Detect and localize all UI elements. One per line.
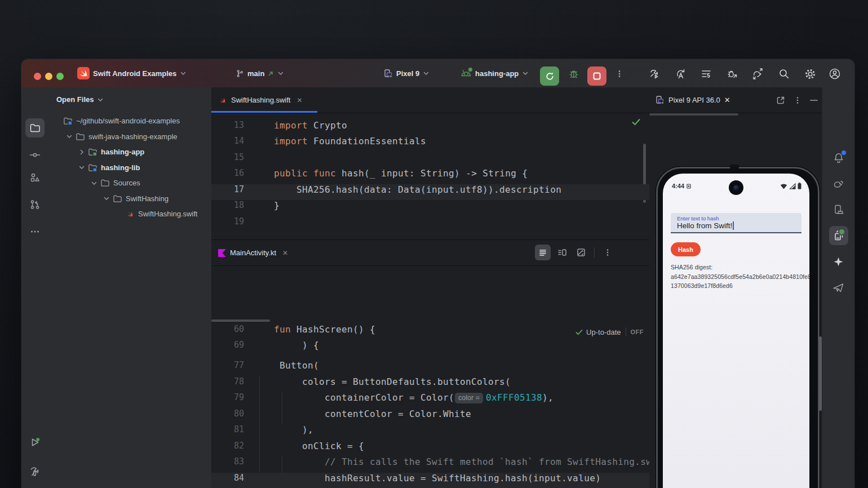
tree-item--github-swift-android-examples[interactable]: ~/github/swift-android-examples [48, 113, 215, 129]
code-line-17: 17SHA256.hash(data: Data(input.utf8)).de… [211, 184, 649, 200]
search-icon[interactable] [778, 68, 790, 80]
git-branch-icon [236, 69, 244, 78]
project-name: Swift Android Examples [93, 69, 176, 78]
resource-manager-button[interactable] [25, 168, 45, 187]
line-number: 80 [232, 409, 244, 419]
close-tab-icon[interactable]: ✕ [724, 96, 730, 104]
panel-options-kebab-icon[interactable] [794, 96, 801, 104]
close-tab-icon[interactable]: ✕ [296, 96, 302, 104]
chevron-down-icon[interactable] [90, 179, 99, 188]
airplane-button[interactable] [829, 278, 848, 297]
swift-logo-icon [77, 67, 90, 79]
tab-swifthashing-swift[interactable]: SwiftHashing.swift ✕ [211, 87, 316, 113]
rerun-button[interactable] [540, 66, 559, 86]
editor-view-toggles [535, 245, 615, 260]
commit-tool-window-button[interactable] [25, 145, 45, 165]
branch-name: main [247, 69, 264, 78]
minimize-window-button[interactable] [45, 73, 52, 80]
folder-icon [113, 194, 122, 203]
hash-button[interactable]: Hash [671, 242, 701, 256]
line-number: 83 [232, 456, 244, 467]
project-view-mode-selector[interactable]: Open Files [56, 95, 104, 104]
code-view-button[interactable] [535, 245, 551, 260]
tree-item-label: ~/github/swift-android-examples [76, 117, 180, 125]
hide-panel-minus-icon[interactable] [810, 99, 818, 101]
tree-item-swift-java-hashing-example[interactable]: swift-java-hashing-example [48, 129, 228, 145]
split-view-button[interactable] [554, 245, 570, 260]
gemini-sparkle-button[interactable] [829, 252, 848, 271]
line-number: 69 [232, 340, 244, 350]
editor-mainactivity[interactable]: Up-to-date OFF 60fun HashScreen() {69) {… [211, 322, 649, 488]
sync-translate-icon[interactable] [674, 68, 687, 80]
branch-selector[interactable]: main [236, 59, 284, 87]
code-line-84: 84hashResult.value = SwiftHashing.hash(i… [211, 473, 649, 488]
code-line-83: 83// This calls the Swift method `hash` … [211, 456, 649, 472]
status-time: 4:44 [672, 183, 691, 189]
code-line-69: 69) { [211, 340, 649, 356]
maximize-window-button[interactable] [56, 73, 64, 80]
code-line-82: 82onClick = { [211, 441, 649, 456]
device-phone-icon [383, 69, 393, 78]
run-configuration-selector[interactable]: hashing-app [460, 59, 529, 87]
running-devices-button[interactable] [829, 226, 848, 245]
editor-swifthashing[interactable]: 13import Crypto14import FoundationEssent… [211, 113, 649, 239]
chevron-down-icon[interactable] [102, 194, 111, 203]
chevron-down-icon [180, 70, 187, 77]
run-tool-window-button[interactable] [25, 433, 45, 452]
account-profile-icon[interactable] [829, 68, 841, 80]
device-manager-button[interactable] [829, 200, 848, 219]
title-bar: Swift Android Examples main [21, 59, 854, 88]
editor-options-kebab-icon[interactable] [600, 245, 615, 260]
tab-label: SwiftHashing.swift [231, 96, 290, 104]
chevron-right-icon[interactable] [77, 148, 86, 157]
notification-dot [842, 150, 846, 155]
panel-scrollbar[interactable] [649, 113, 738, 116]
settings-gear-icon[interactable] [804, 68, 816, 80]
tree-item-label: Sources [113, 179, 140, 187]
line-number: 15 [232, 152, 244, 162]
design-view-button[interactable] [573, 245, 589, 260]
kotlin-file-icon [218, 249, 226, 257]
code-line-79: 79containerColor = Color(color =0xFFF051… [211, 392, 649, 408]
tab-label: MainActivity.kt [230, 249, 276, 257]
close-tab-icon[interactable]: ✕ [282, 249, 288, 257]
tree-item-label: hashing-lib [101, 163, 140, 172]
code-line-78: 78colors = ButtonDefaults.buttonColors( [211, 376, 649, 392]
android-icon [460, 69, 472, 77]
device-tab[interactable]: Pixel 9 API 36.0 ✕ [655, 87, 730, 113]
gradle-sync-icon[interactable] [752, 68, 764, 80]
tab-mainactivity-kt[interactable]: MainActivity.kt ✕ [211, 240, 311, 265]
tree-item-label: swift-java-hashing-example [88, 132, 178, 141]
more-run-actions-kebab-icon[interactable] [613, 68, 626, 80]
hash-input-field[interactable]: Enter text to hash Hello from Swift! [671, 213, 801, 233]
code-line-81: 81), [211, 424, 649, 440]
pull-requests-button[interactable] [25, 195, 45, 214]
code-line-60: 60fun HashScreen() { [211, 324, 649, 340]
phone-screen[interactable]: 4:44 Enter text to hash Hello from Swift… [663, 174, 809, 488]
code-line-15: 15 [211, 152, 649, 168]
build-icon[interactable] [648, 68, 661, 80]
chevron-down-icon[interactable] [65, 132, 74, 141]
project-tool-window-button[interactable] [25, 118, 45, 137]
code-line-18: 18} [211, 200, 649, 216]
device-selector[interactable]: Pixel 9 [383, 59, 429, 87]
notifications-bell-button[interactable] [829, 148, 848, 167]
build-tool-window-button[interactable] [25, 462, 45, 481]
build-variants-list-icon[interactable] [700, 68, 712, 80]
close-window-button[interactable] [34, 73, 41, 80]
debug-button[interactable] [568, 68, 580, 80]
swift-file-icon [218, 96, 227, 105]
tree-item-label: SwiftHashing [126, 194, 169, 203]
status-roaming-icon [687, 184, 691, 189]
project-panel: Open Files ~/github/swift-android-exampl… [48, 87, 212, 488]
device-name: Pixel 9 [396, 69, 419, 78]
folder-icon [76, 132, 85, 141]
chevron-down-icon[interactable] [77, 163, 86, 172]
gradle-tool-window-button[interactable] [829, 174, 848, 193]
more-tool-windows-button[interactable] [25, 222, 45, 241]
profiler-bug-icon[interactable] [726, 68, 738, 80]
open-in-window-icon[interactable] [776, 96, 785, 105]
project-selector[interactable]: Swift Android Examples [77, 59, 187, 87]
line-number: 82 [232, 441, 244, 451]
stop-button[interactable] [587, 66, 606, 86]
